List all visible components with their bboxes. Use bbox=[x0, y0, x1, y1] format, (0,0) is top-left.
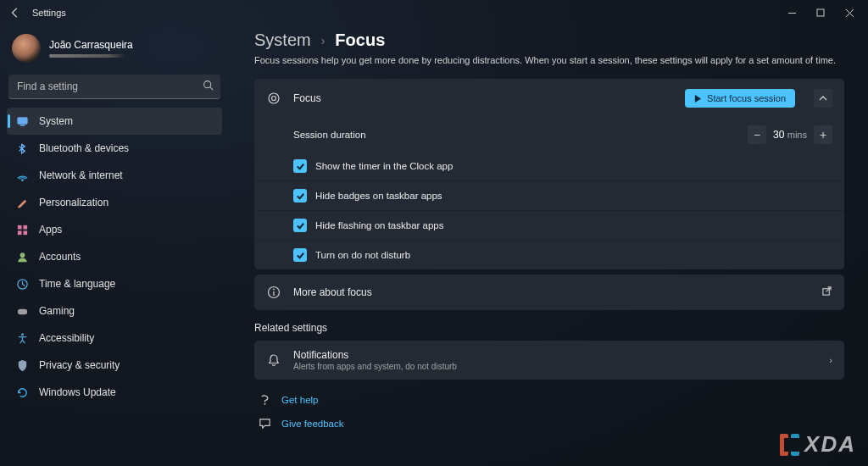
sidebar-item-time-language[interactable]: Time & language bbox=[7, 270, 222, 297]
accounts-icon bbox=[15, 250, 29, 264]
accessibility-icon bbox=[15, 331, 29, 345]
more-about-focus-label: More about focus bbox=[293, 286, 810, 298]
svg-point-16 bbox=[272, 97, 276, 101]
notifications-title: Notifications bbox=[293, 349, 457, 361]
svg-point-2 bbox=[204, 81, 211, 88]
chevron-right-icon: › bbox=[829, 355, 832, 365]
notifications-subtitle: Alerts from apps and system, do not dist… bbox=[293, 362, 457, 371]
system-icon bbox=[15, 114, 29, 128]
sidebar-item-system[interactable]: System bbox=[7, 108, 222, 135]
network-icon bbox=[15, 169, 29, 182]
profile[interactable]: João Carrasqueira bbox=[7, 31, 222, 71]
footer-links: Get help Give feedback bbox=[254, 391, 844, 432]
sidebar: João Carrasqueira SystemBluetooth & devi… bbox=[0, 25, 229, 466]
profile-email-redacted bbox=[49, 54, 125, 58]
svg-point-21 bbox=[264, 402, 265, 404]
sidebar-item-label: Bluetooth & devices bbox=[39, 142, 129, 154]
session-duration-label: Session duration bbox=[293, 130, 739, 140]
checkbox-icon[interactable] bbox=[293, 248, 307, 262]
page-title: Focus bbox=[335, 31, 385, 50]
focus-card-body: Session duration − 30 mins + Show the ti… bbox=[254, 118, 844, 269]
checkbox-icon[interactable] bbox=[293, 159, 307, 173]
bell-icon bbox=[266, 352, 281, 368]
notifications-card[interactable]: Notifications Alerts from apps and syste… bbox=[254, 341, 844, 380]
search-icon bbox=[203, 80, 214, 93]
get-help-link[interactable]: Get help bbox=[254, 391, 844, 408]
decrease-button[interactable]: − bbox=[748, 125, 766, 144]
increase-button[interactable]: + bbox=[814, 125, 832, 144]
more-about-focus[interactable]: More about focus bbox=[254, 275, 844, 310]
privacy-icon bbox=[15, 358, 29, 372]
focus-option-label: Show the timer in the Clock app bbox=[315, 161, 453, 171]
svg-point-19 bbox=[273, 289, 275, 291]
sidebar-item-label: Personalization bbox=[39, 197, 108, 208]
sidebar-item-label: Gaming bbox=[39, 305, 75, 317]
focus-option-label: Hide flashing on taskbar apps bbox=[315, 220, 444, 230]
svg-point-15 bbox=[269, 93, 279, 103]
minimize-icon[interactable] bbox=[785, 6, 798, 19]
sidebar-item-label: Privacy & security bbox=[39, 359, 120, 371]
checkbox-icon[interactable] bbox=[293, 189, 307, 202]
sidebar-item-label: Accounts bbox=[39, 251, 81, 263]
collapse-button[interactable] bbox=[814, 89, 832, 108]
sidebar-item-personalization[interactable]: Personalization bbox=[7, 189, 222, 216]
sidebar-item-accessibility[interactable]: Accessibility bbox=[7, 325, 222, 352]
chevron-right-icon: › bbox=[321, 34, 326, 47]
svg-point-14 bbox=[21, 333, 24, 336]
checkbox-icon[interactable] bbox=[293, 219, 307, 232]
sidebar-item-network-internet[interactable]: Network & internet bbox=[7, 162, 222, 189]
search-input-wrapper[interactable] bbox=[8, 75, 220, 99]
sidebar-item-windows-update[interactable]: Windows Update bbox=[7, 379, 222, 406]
sidebar-item-accounts[interactable]: Accounts bbox=[7, 243, 222, 270]
back-button[interactable] bbox=[5, 3, 25, 23]
gaming-icon bbox=[15, 304, 29, 318]
svg-rect-8 bbox=[23, 225, 27, 229]
sidebar-item-apps[interactable]: Apps bbox=[7, 216, 222, 243]
play-icon bbox=[694, 95, 702, 103]
svg-rect-10 bbox=[23, 230, 27, 235]
duration-stepper: − 30 mins + bbox=[748, 125, 832, 144]
window-controls bbox=[785, 6, 863, 19]
focus-option-row[interactable]: Show the timer in the Clock app bbox=[254, 152, 844, 180]
close-icon[interactable] bbox=[843, 6, 856, 19]
maximize-icon[interactable] bbox=[814, 6, 827, 19]
focus-option-row[interactable]: Hide flashing on taskbar apps bbox=[254, 210, 844, 240]
intro-text: Focus sessions help you get more done by… bbox=[254, 55, 844, 65]
give-feedback-link[interactable]: Give feedback bbox=[254, 415, 844, 432]
bluetooth-icon bbox=[15, 141, 29, 155]
time-language-icon bbox=[15, 277, 29, 291]
nav: SystemBluetooth & devicesNetwork & inter… bbox=[7, 108, 222, 406]
svg-rect-1 bbox=[817, 9, 824, 16]
duration-value: 30 mins bbox=[773, 129, 807, 141]
focus-card-header[interactable]: Focus Start focus session bbox=[254, 79, 844, 118]
sidebar-item-gaming[interactable]: Gaming bbox=[7, 297, 222, 325]
focus-icon bbox=[266, 91, 281, 106]
focus-option-row[interactable]: Hide badges on taskbar apps bbox=[254, 180, 844, 210]
xda-watermark: XDA bbox=[780, 431, 856, 458]
window-title: Settings bbox=[32, 8, 66, 18]
focus-option-label: Turn on do not disturb bbox=[315, 250, 410, 260]
titlebar: Settings bbox=[0, 0, 868, 25]
update-icon bbox=[15, 386, 29, 399]
sidebar-item-bluetooth-devices[interactable]: Bluetooth & devices bbox=[7, 135, 222, 162]
main-content: System › Focus Focus sessions help you g… bbox=[229, 25, 868, 466]
svg-rect-7 bbox=[17, 225, 21, 229]
personalization-icon bbox=[15, 196, 29, 209]
focus-card: Focus Start focus session Session durati… bbox=[254, 79, 844, 269]
svg-point-6 bbox=[21, 180, 23, 181]
related-settings-heading: Related settings bbox=[254, 322, 844, 334]
external-link-icon bbox=[821, 286, 832, 299]
start-focus-button[interactable]: Start focus session bbox=[685, 89, 795, 108]
feedback-icon bbox=[258, 417, 271, 430]
session-duration-row: Session duration − 30 mins + bbox=[254, 118, 844, 152]
svg-rect-5 bbox=[19, 125, 25, 125]
sidebar-item-privacy-security[interactable]: Privacy & security bbox=[7, 352, 222, 379]
info-icon bbox=[266, 285, 281, 300]
sidebar-item-label: Apps bbox=[39, 224, 62, 236]
search-input[interactable] bbox=[8, 75, 220, 98]
breadcrumb-parent[interactable]: System bbox=[254, 31, 311, 50]
profile-name: João Carrasqueira bbox=[49, 39, 133, 51]
sidebar-item-label: Windows Update bbox=[39, 386, 116, 398]
sidebar-item-label: Accessibility bbox=[39, 332, 94, 344]
focus-option-row[interactable]: Turn on do not disturb bbox=[254, 240, 844, 269]
